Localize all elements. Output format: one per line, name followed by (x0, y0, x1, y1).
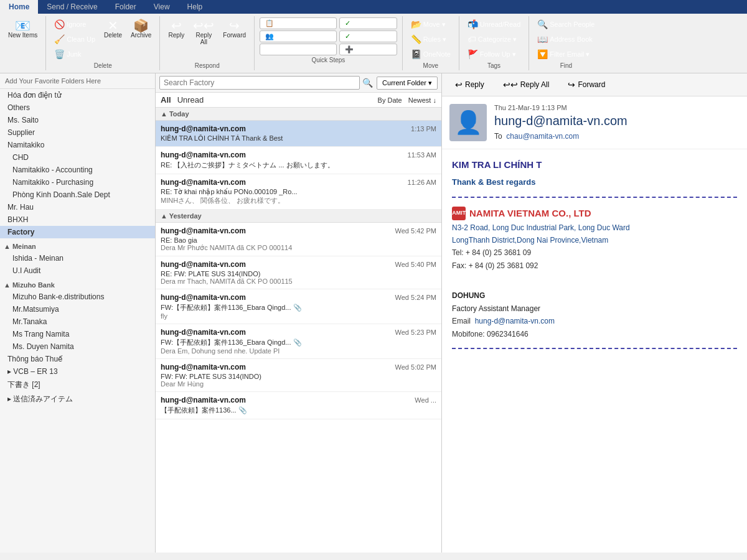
sidebar-item[interactable]: Ms. Saito (0, 114, 155, 126)
qs-create-new[interactable]: ➕ Create New (339, 44, 397, 55)
follow-up-button[interactable]: 🚩 Follow Up ▾ (464, 47, 524, 61)
new-items-button[interactable]: 📧 New Items (5, 17, 40, 40)
email-subject: FW:【手配依頼】案件1136_Ebara Qingd... 📎 (161, 303, 436, 312)
onenote-label: OneNote (423, 50, 451, 58)
sig-dept: DOHUNG (452, 289, 737, 302)
reading-reply-button[interactable]: ↩ Reply (449, 77, 490, 92)
delete-label: Delete (104, 32, 122, 39)
junk-icon: 🗑️ (54, 49, 65, 59)
email-from: hung-d@namita-vn.com (161, 260, 246, 269)
sig-company: NAMITA NAMITA VIETNAM CO., LTD (452, 205, 737, 222)
email-subject: KIỂM TRA LỖI CHÍNH TẢ Thank & Best (161, 134, 436, 142)
qs-done-label: Done (352, 33, 369, 40)
search-people-button[interactable]: 🔍 Search People (534, 17, 598, 31)
sidebar-item[interactable]: Mr.Tanaka (0, 315, 155, 328)
reply-button[interactable]: ↩ Reply (165, 17, 187, 40)
email-item[interactable]: hung-d@namita-vn.comWed 5:42 PMRE: Bao g… (156, 223, 441, 256)
sidebar-item[interactable]: ▲ Mizuho Bank (0, 279, 155, 291)
email-body: KIM TRA LI CHÍNH T Thank & Best regards … (442, 149, 747, 366)
email-item[interactable]: hung-d@namita-vn.comWed 5:23 PMFW:【手配依頼】… (156, 324, 441, 359)
filter-sort[interactable]: By Date (378, 96, 402, 104)
qs-done[interactable]: ✓ Done (339, 30, 397, 42)
rules-button[interactable]: 📏 Rules ▾ (408, 32, 454, 46)
filter-newest[interactable]: Newest ↓ (408, 96, 436, 104)
delete-button[interactable]: ✕ Delete (101, 17, 125, 40)
sidebar-item[interactable]: CHD (0, 151, 155, 164)
reply-all-label: ReplyAll (196, 32, 212, 45)
sig-email: hung-d@namita-vn.com (475, 317, 555, 325)
email-item[interactable]: hung-d@namita-vn.com11:53 AMRE: 【入社のご挨拶】… (156, 147, 441, 174)
rules-icon: 📏 (411, 34, 421, 44)
email-item[interactable]: hung-d@namita-vn.comWed 5:40 PMRE: FW: P… (156, 256, 441, 289)
sidebar-item[interactable]: Others (0, 101, 155, 114)
email-item[interactable]: hung-d@namita-vn.comWed 5:02 PMFW: FW: P… (156, 359, 441, 392)
filter-email-button[interactable]: 🔽 Filter Email ▾ (534, 47, 598, 61)
new-items-icon: 📧 (15, 19, 31, 32)
ribbon: Home Send / Receive Folder View Help 📧 N… (0, 0, 747, 73)
tab-folder[interactable]: Folder (106, 0, 145, 14)
sidebar-item[interactable]: Ms Trang Namita (0, 328, 155, 340)
categorize-button[interactable]: 🏷 Categorize ▾ (464, 32, 524, 46)
sidebar-item[interactable]: Ms. Duyen Namita (0, 340, 155, 353)
sidebar: Add Your Favorite Folders Here Hóa đơn đ… (0, 73, 156, 553)
sidebar-item[interactable]: Supplier (0, 126, 155, 139)
tab-help[interactable]: Help (179, 0, 212, 14)
sidebar-item[interactable]: BHXH (0, 213, 155, 226)
sidebar-item[interactable]: ▸ 送信済みアイテム (0, 392, 155, 406)
qs-cuc-thue[interactable]: 📋 Cục Thuế Đồng... (260, 17, 337, 29)
sidebar-item[interactable]: ▸ VCB – ER 13 (0, 365, 155, 378)
sidebar-item[interactable]: Phòng Kinh Doanh.Sale Dept (0, 189, 155, 201)
filter-unread[interactable]: Unread (177, 95, 204, 105)
reading-reply-all-label: Reply All (520, 80, 550, 89)
email-item[interactable]: hung-d@namita-vn.com11:26 AMRE: Tờ khai … (156, 174, 441, 210)
sidebar-item[interactable]: Mr. Hau (0, 201, 155, 213)
email-preview: fly (161, 312, 436, 320)
reply-all-button[interactable]: ↩↩ ReplyAll (190, 17, 217, 47)
sidebar-item[interactable]: Mizuho Bank-e.distributions (0, 291, 155, 303)
sidebar-item[interactable]: U.I Audit (0, 264, 155, 277)
address-book-button[interactable]: 📖 Address Book (534, 32, 598, 46)
qs-to-manager[interactable]: ✓ To Manager (339, 17, 397, 29)
email-from: hung-d@namita-vn.com (161, 328, 246, 337)
email-item[interactable]: hung-d@namita-vn.comWed 5:24 PMFW:【手配依頼】… (156, 289, 441, 324)
sidebar-item[interactable]: ▲ Meinan (0, 241, 155, 252)
sidebar-item[interactable]: Mr.Matsumiya (0, 303, 155, 315)
reading-forward-icon: ↪ (568, 80, 575, 90)
email-item[interactable]: hung-d@namita-vn.comWed ...【手配依頼】案件1136.… (156, 392, 441, 419)
new-items-label: New Items (8, 32, 37, 39)
junk-button[interactable]: 🗑️ Junk (51, 47, 98, 61)
sidebar-item[interactable]: Namitakiko (0, 139, 155, 151)
qs-team-email[interactable]: 👥 Team Email (260, 30, 337, 42)
qs-reply-delete[interactable]: ↩🗑 Reply & Delete (260, 44, 337, 55)
onenote-button[interactable]: 📓 OneNote (408, 47, 454, 61)
sidebar-item[interactable]: Factory (0, 226, 155, 238)
current-folder-label: Current Folder (382, 79, 426, 86)
sidebar-item[interactable]: Thông báo Thuế (0, 353, 155, 365)
reading-forward-button[interactable]: ↪ Forward (562, 77, 611, 92)
tab-send-receive[interactable]: Send / Receive (38, 0, 106, 14)
sidebar-item[interactable]: Namitakiko - Accounting (0, 164, 155, 176)
unread-read-button[interactable]: 📬 Unread/Read (464, 17, 524, 31)
sidebar-item[interactable]: Hóa đơn điện tử (0, 89, 155, 101)
search-input[interactable] (159, 76, 360, 90)
reply-label: Reply (169, 32, 185, 39)
tab-view[interactable]: View (145, 0, 179, 14)
ribbon-tab-bar: Home Send / Receive Folder View Help (0, 0, 747, 14)
ignore-button[interactable]: 🚫 Ignore (51, 17, 98, 31)
sidebar-item[interactable]: 下書き [2] (0, 378, 155, 392)
tab-home[interactable]: Home (0, 0, 38, 14)
email-from: hung-d@namita-vn.com (161, 124, 246, 133)
reading-reply-all-button[interactable]: ↩↩ Reply All (497, 77, 555, 92)
sidebar-item[interactable]: Ishida - Meinan (0, 252, 155, 264)
sig-mobile: 0962341646 (487, 330, 529, 338)
move-button[interactable]: 📂 Move ▾ (408, 17, 454, 31)
cleanup-button[interactable]: 🧹 Clean Up (51, 32, 98, 46)
email-item[interactable]: hung-d@namita-vn.com1:13 PMKIỂM TRA LỖI … (156, 121, 441, 147)
forward-button[interactable]: ↪ Forward (220, 17, 249, 40)
search-button[interactable]: 🔍 (362, 78, 373, 88)
filter-all[interactable]: All (161, 95, 171, 105)
email-subject: KIM TRA LI CHÍNH T (452, 159, 737, 170)
current-folder-dropdown[interactable]: Current Folder ▾ (377, 77, 438, 90)
sidebar-item[interactable]: Namitakiko - Purchasing (0, 176, 155, 189)
archive-button[interactable]: 📦 Archive (128, 17, 154, 40)
